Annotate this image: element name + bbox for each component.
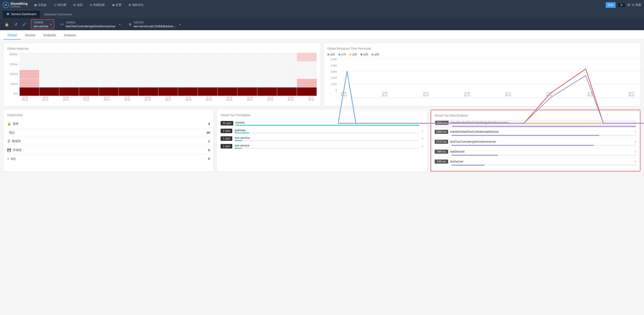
tab-database-dashboard[interactable]: Database Dashboard xyxy=(40,11,76,18)
throughput-bar-bg-2 xyxy=(234,140,419,141)
endpoint-value: /testTwoController/getOneServiceUser xyxy=(66,24,116,28)
heatmap-cell xyxy=(59,53,79,61)
heatmap-cell xyxy=(119,53,138,61)
heatmap-x-label: 12:0606-14 xyxy=(81,96,92,102)
brief-count-3: 0 xyxy=(208,148,210,152)
copy-icon-2[interactable]: ⎘ xyxy=(422,137,424,140)
throughput-name-2: one-service xyxy=(234,136,419,140)
brief-icon-2: 🗄 xyxy=(7,140,10,143)
slow-copy-1[interactable]: ⎘ xyxy=(634,130,636,134)
main-tabs: Global Service Endpoint Instance xyxy=(0,30,644,40)
chart-x-label: 12:1106-14 xyxy=(503,92,514,96)
tab-instance[interactable]: Instance xyxy=(60,31,80,40)
lock-button[interactable]: 🔒 xyxy=(4,22,10,28)
interval-input[interactable] xyxy=(618,2,626,8)
tab-global[interactable]: Global xyxy=(4,31,21,40)
reset-button[interactable]: ↺ xyxy=(14,22,18,28)
heatmap-cell xyxy=(79,62,99,70)
heatmap-cell xyxy=(297,70,316,78)
trace-icon: ⊞ xyxy=(74,4,76,6)
heatmap-cell xyxy=(277,70,297,78)
second-nav: Service Dashboard Database Dashboard xyxy=(0,10,644,18)
brief-text-3: 存储器 xyxy=(13,148,22,152)
tab-service[interactable]: Service xyxy=(21,31,40,40)
heatmap-cell xyxy=(198,79,218,87)
heatmap-cell xyxy=(238,79,257,87)
heatmap-x-label: 12:1206-14 xyxy=(204,96,214,102)
brief-label: ≡ MQ xyxy=(7,157,16,160)
slow-bar-4 xyxy=(452,165,485,166)
heatmap-cell xyxy=(40,79,59,87)
service-selector[interactable]: 当前服务 two-service ▾ xyxy=(31,20,54,29)
auto-button[interactable]: 自动 xyxy=(606,2,616,8)
slow-item-2: 2737 ms /testTwoController/getOneService… xyxy=(435,138,636,148)
app-name: Skywalking xyxy=(10,2,28,6)
nav-compare[interactable]: ⊠ 指标对比 xyxy=(126,2,147,8)
endpoint-selector[interactable]: <> 当前端点 /testTwoController/getOneService… xyxy=(58,20,123,29)
nav-topology[interactable]: ◫ 拓扑图 xyxy=(51,2,70,8)
chart-y-labels: 5,0004,0003,0002,0001,0000 xyxy=(328,58,337,92)
brief-count-4: 0 xyxy=(208,157,210,160)
refresh-button[interactable]: ↻ 刷新 xyxy=(632,3,641,7)
throughput-item: 1 cpm two-service ⎘ xyxy=(220,144,423,149)
tab-endpoint[interactable]: Endpoint xyxy=(40,31,60,40)
nav-profiling[interactable]: ⊟ 性能剖析 xyxy=(87,2,108,8)
heatmap-cell xyxy=(20,62,39,70)
slow-copy-3[interactable]: ⎘ xyxy=(634,150,636,154)
nav-alert[interactable]: ◉ 告警 xyxy=(109,2,124,8)
heatmap-cell xyxy=(297,53,316,61)
slow-top-1: 2869 ms /clientOne/testOneController/add… xyxy=(435,130,636,134)
edit-button[interactable]: 🖊 xyxy=(22,22,27,27)
brief-row: 💾 存储器 0 xyxy=(7,146,210,154)
service-selector-value: two-service xyxy=(34,24,48,28)
nav-alert-label: 告警 xyxy=(116,3,122,7)
toolbar: 🔒 ↺ 🖊 当前服务 two-service ▾ <> 当前端点 /testTw… xyxy=(0,18,644,30)
tab-instance-label: Instance xyxy=(64,33,76,37)
nav-trace-label: 追踪 xyxy=(77,3,83,7)
heatmap-cell xyxy=(178,79,198,87)
brief-icon-0: 🔒 xyxy=(7,122,11,126)
heatmap-cell xyxy=(257,70,277,78)
copy-icon-3[interactable]: ⎘ xyxy=(422,145,424,148)
heatmap-cell xyxy=(138,53,158,61)
instance-selector[interactable]: 🖥 当前实例 two-service-pid:31955@duhon... ▾ xyxy=(126,20,183,29)
brief-icon-4: ≡ xyxy=(7,157,9,160)
heatmap-area xyxy=(20,53,316,96)
throughput-item: 2 cpm gateway ⎘ xyxy=(220,128,423,134)
nav-trace[interactable]: ⊞ 追踪 xyxy=(70,2,86,8)
heatmap-y-2000: 2000ms xyxy=(7,53,18,56)
heatmap-x-label: 12:1006-14 xyxy=(163,96,174,102)
slow-top-3: 899 ms /addSwUser ⎘ xyxy=(435,150,636,154)
heatmap-cell xyxy=(218,53,237,61)
chart-y-label: 5,000 xyxy=(328,58,337,60)
chart-x-label: 12:1506-14 xyxy=(585,92,596,96)
slow-copy-4[interactable]: ⎘ xyxy=(634,160,636,163)
slow-bar-bg-3 xyxy=(452,155,636,156)
brief-text-4: MQ xyxy=(11,157,16,160)
chart-y-label: 2,000 xyxy=(328,76,337,79)
copy-icon-1[interactable]: ⎘ xyxy=(422,129,424,133)
throughput-row: 2 cpm gateway ⎘ xyxy=(220,127,423,135)
slow-top-2: 2737 ms /testTwoController/getOneService… xyxy=(435,140,636,144)
tab-service-dashboard[interactable]: Service Dashboard xyxy=(3,10,40,18)
heatmap-x-label: 12:0306-14 xyxy=(20,96,30,102)
slow-bar-bg-2 xyxy=(452,145,636,146)
heatmap-title: Global Heatmap xyxy=(7,47,316,50)
slow-copy-2[interactable]: ⎘ xyxy=(634,140,636,144)
heatmap-cell xyxy=(138,62,158,70)
heatmap-cell xyxy=(99,70,118,78)
nav-dashboard[interactable]: ▦ 仪表盘 xyxy=(31,2,50,8)
instance-label: 当前实例 xyxy=(134,21,176,24)
chart-x-label: 12:0706-14 xyxy=(420,92,431,96)
tab-database-dashboard-label: Database Dashboard xyxy=(44,12,72,16)
logo-icon xyxy=(3,2,9,8)
throughput-item: 1 cpm one-service ⎘ xyxy=(220,136,423,141)
slow-bar-1 xyxy=(452,135,600,136)
slow-name-3: /addSwUser xyxy=(450,150,633,153)
heatmap-x-label: 12:1106-14 xyxy=(183,96,194,102)
slow-item-4: 636 ms /listSwUser ⎘ xyxy=(435,158,636,168)
brief-icon-3: 💾 xyxy=(7,148,11,152)
heatmap-x-label: 12:1506-14 xyxy=(265,96,276,102)
slow-name-2: /testTwoController/getOneServiceUser xyxy=(450,140,633,143)
heatmap-cell xyxy=(99,62,118,70)
